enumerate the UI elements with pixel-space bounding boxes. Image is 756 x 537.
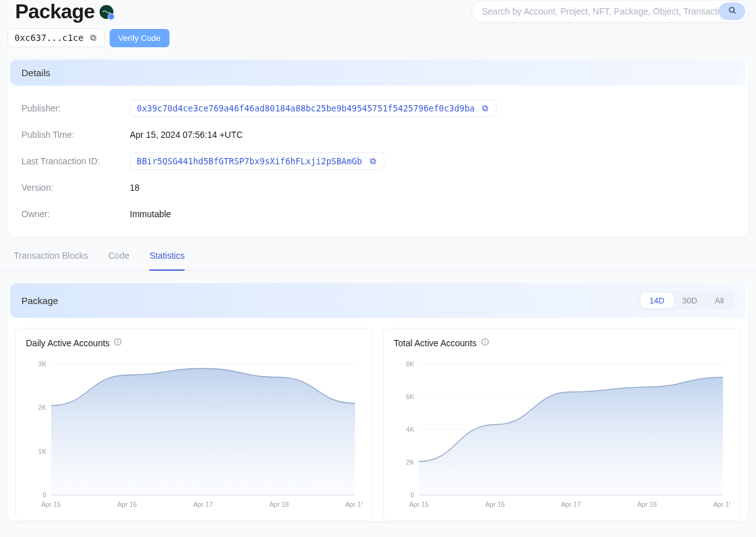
svg-text:Apr 17: Apr 17 [561, 501, 581, 508]
publish-time-value: Apr 15, 2024 07:56:14 +UTC [130, 130, 243, 140]
info-icon[interactable] [481, 337, 490, 348]
svg-text:Apr 15: Apr 15 [410, 501, 429, 508]
publish-time-label: Publish Time: [21, 130, 130, 140]
page-title: Package [15, 0, 94, 23]
svg-text:Apr 18: Apr 18 [638, 501, 657, 508]
range-toggle: 14D 30D All [639, 291, 735, 310]
tab-code[interactable]: Code [108, 251, 129, 271]
package-address-text: 0xc637...c1ce [14, 33, 84, 43]
project-badge-icon [100, 5, 113, 19]
owner-label: Owner: [21, 209, 130, 219]
svg-rect-4 [484, 107, 488, 111]
search-icon [728, 6, 737, 17]
svg-text:Apr 16: Apr 16 [485, 501, 505, 508]
svg-text:Apr 18: Apr 18 [270, 501, 289, 508]
total-chart-title: Total Active Accounts [394, 338, 477, 348]
svg-text:6K: 6K [406, 393, 415, 400]
version-label: Version: [21, 183, 130, 193]
details-title: Details [21, 67, 50, 78]
svg-point-0 [729, 8, 734, 13]
tab-transaction-blocks[interactable]: Transaction Blocks [14, 251, 88, 271]
stats-title: Package [21, 295, 58, 306]
svg-text:1K: 1K [38, 448, 47, 455]
svg-text:Apr 19: Apr 19 [713, 501, 730, 508]
copy-icon[interactable] [481, 104, 490, 113]
copy-icon[interactable] [89, 33, 98, 42]
range-14d-button[interactable]: 14D [641, 293, 673, 308]
publisher-hash-text: 0x39c70d4ce3ce769a46f46ad80184a88bc25be9… [137, 103, 474, 113]
copy-icon[interactable] [369, 157, 377, 166]
last-tx-value[interactable]: BBir5QSG441hd5BfGTRSP7bx9sXif6hFLxji2pSB… [130, 152, 384, 170]
svg-rect-2 [91, 37, 95, 40]
svg-text:0: 0 [411, 492, 415, 499]
svg-text:2K: 2K [38, 404, 47, 411]
package-address-chip[interactable]: 0xc637...c1ce [8, 28, 105, 47]
svg-point-27 [484, 340, 485, 341]
last-tx-label: Last Transaction ID: [21, 156, 130, 166]
svg-text:3K: 3K [38, 361, 47, 368]
details-header: Details [10, 60, 746, 86]
daily-active-chart: 01K2K3KApr 15Apr 16Apr 17Apr 18Apr 19 [26, 352, 362, 516]
tab-statistics[interactable]: Statistics [149, 251, 185, 271]
search-button[interactable] [719, 3, 745, 20]
range-30d-button[interactable]: 30D [673, 293, 706, 308]
svg-text:8K: 8K [406, 361, 415, 368]
svg-text:0: 0 [43, 492, 47, 499]
svg-rect-5 [483, 106, 486, 110]
svg-text:4K: 4K [406, 426, 415, 433]
svg-line-1 [733, 11, 735, 13]
svg-text:Apr 16: Apr 16 [117, 501, 137, 508]
svg-rect-3 [90, 35, 94, 39]
version-value: 18 [130, 183, 140, 193]
total-active-chart: 02K4K6K8KApr 15Apr 16Apr 17Apr 18Apr 19 [394, 352, 730, 516]
search-container [471, 0, 748, 23]
verify-code-button[interactable]: Verify Code [110, 29, 169, 47]
stats-card: Package 14D 30D All Daily Active Account… [8, 283, 748, 521]
daily-active-chart-card: Daily Active Accounts 01K2K3KApr 15Apr 1… [15, 328, 373, 521]
publisher-value[interactable]: 0x39c70d4ce3ce769a46f46ad80184a88bc25be9… [130, 99, 496, 117]
svg-rect-6 [371, 160, 375, 164]
svg-rect-7 [370, 159, 374, 162]
svg-text:Apr 17: Apr 17 [193, 501, 213, 508]
range-all-button[interactable]: All [706, 293, 733, 308]
search-input[interactable] [482, 6, 719, 16]
total-active-chart-card: Total Active Accounts 02K4K6K8KApr 15Apr… [383, 328, 741, 521]
daily-chart-title: Daily Active Accounts [26, 338, 110, 348]
svg-point-10 [118, 340, 118, 341]
svg-text:Apr 19: Apr 19 [345, 501, 362, 508]
svg-text:Apr 15: Apr 15 [42, 501, 61, 508]
last-tx-hash-text: BBir5QSG441hd5BfGTRSP7bx9sXif6hFLxji2pSB… [137, 156, 362, 166]
tabs-bar: Transaction Blocks Code Statistics [0, 237, 756, 271]
owner-value: Immutable [130, 209, 171, 219]
info-icon[interactable] [113, 337, 122, 348]
publisher-label: Publisher: [21, 103, 130, 113]
svg-text:2K: 2K [406, 459, 415, 466]
details-card: Details Publisher: 0x39c70d4ce3ce769a46f… [8, 60, 748, 237]
stats-header: Package 14D 30D All [10, 283, 746, 318]
